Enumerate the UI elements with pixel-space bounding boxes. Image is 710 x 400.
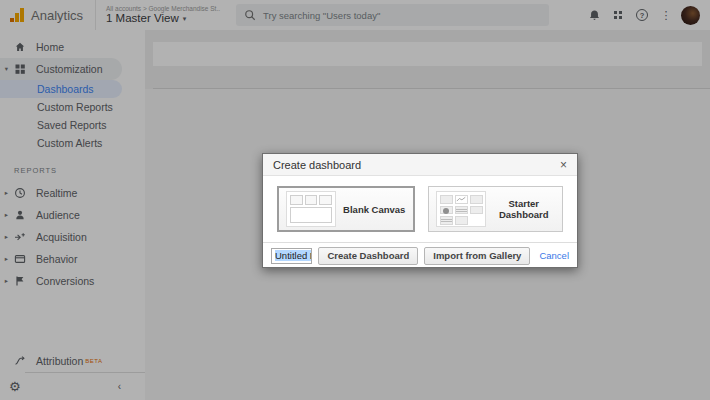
- blank-canvas-option[interactable]: Blank Canvas: [277, 186, 415, 232]
- create-dashboard-modal: Create dashboard × Blank Canvas: [262, 153, 578, 268]
- dashboard-name-input[interactable]: Untitled Dashboard: [271, 248, 312, 264]
- close-icon[interactable]: ×: [560, 159, 567, 171]
- dashboard-name-value: Untitled Dashboard: [275, 250, 312, 261]
- option-label: Starter Dashboard: [486, 198, 563, 220]
- modal-header: Create dashboard ×: [263, 154, 577, 176]
- modal-title: Create dashboard: [273, 159, 361, 171]
- blank-canvas-thumbnail: [286, 191, 336, 227]
- modal-body: Blank Canvas Starter Dashboard: [263, 176, 577, 242]
- cancel-link[interactable]: Cancel: [539, 250, 569, 261]
- option-label: Blank Canvas: [336, 204, 413, 215]
- create-dashboard-button[interactable]: Create Dashboard: [318, 247, 418, 265]
- modal-footer: Untitled Dashboard Create Dashboard Impo…: [263, 242, 577, 268]
- import-from-gallery-button[interactable]: Import from Gallery: [424, 247, 530, 265]
- starter-dashboard-thumbnail: [436, 191, 486, 227]
- google-analytics-app: Analytics All accounts > Google Merchand…: [0, 0, 710, 400]
- starter-dashboard-option[interactable]: Starter Dashboard: [428, 186, 564, 232]
